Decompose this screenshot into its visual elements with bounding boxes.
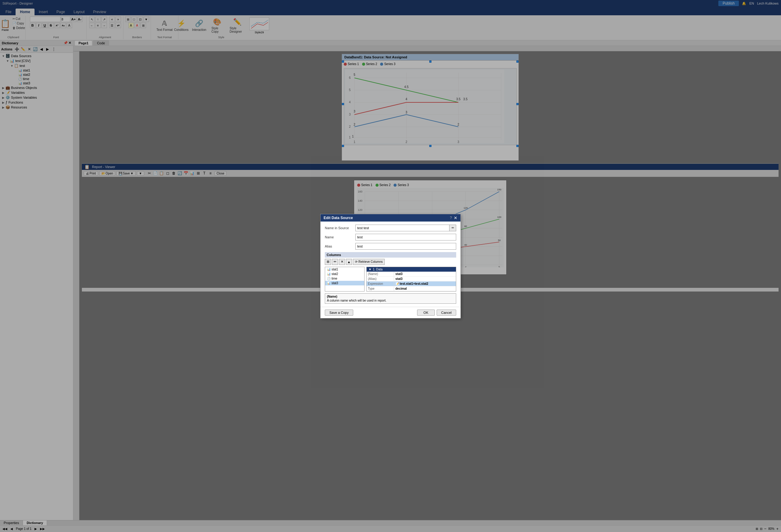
col-stat3[interactable]: 📊stat3 [325, 281, 364, 285]
prop-name-val: stat3 [394, 272, 456, 276]
modal-title: Edit Data Source [324, 216, 353, 220]
prop-header-label: 1. Data [373, 268, 382, 271]
columns-split: 📊stat1 📊stat2 🕐time 📊stat3 ▼ 1. Data (Na… [325, 267, 456, 291]
name-row: Name [325, 234, 456, 241]
name-in-source-row: Name in Source ✏ [325, 224, 456, 231]
name-in-source-label: Name in Source [325, 226, 355, 230]
column-properties: ▼ 1. Data (Name) stat3 (Alias) stat3 [366, 267, 456, 291]
col-stat2[interactable]: 📊stat2 [325, 272, 364, 276]
modal-footer: Save a Copy OK Cancel [321, 307, 460, 318]
columns-section-header: Columns [325, 252, 456, 257]
prop-alias-row: (Alias) stat3 [367, 277, 456, 281]
modal-overlay: Edit Data Source ? ✕ Name in Source ✏ Na… [0, 0, 781, 532]
prop-name-row: (Name) stat3 [367, 272, 456, 277]
prop-name-key: (Name) [367, 272, 394, 276]
alias-row: Alias [325, 243, 456, 250]
prop-alias-key: (Alias) [367, 277, 394, 281]
col-stat1[interactable]: 📊stat1 [325, 267, 364, 272]
col-delete-btn[interactable]: ✕ [339, 259, 345, 265]
name-in-source-input[interactable] [355, 224, 449, 231]
desc-title: (Name) [327, 295, 454, 298]
alias-input[interactable] [355, 243, 456, 250]
prop-expression-row[interactable]: Expression 📝 test.stat1+test.stat2 [367, 281, 456, 286]
desc-text: A column name which will be used in repo… [327, 299, 454, 302]
description-box: (Name) A column name which will be used … [325, 293, 456, 304]
prop-expression-key: Expression [367, 281, 394, 286]
prop-expression-val: 📝 test.stat1+test.stat2 [394, 281, 456, 286]
name-input[interactable] [355, 234, 456, 241]
modal-header: Edit Data Source ? ✕ [321, 214, 460, 221]
cancel-button[interactable]: Cancel [437, 310, 456, 316]
modal-close-btn[interactable]: ✕ [454, 215, 457, 220]
col-up-btn[interactable]: ▲ [346, 259, 352, 265]
modal-body: Name in Source ✏ Name Alias Columns ⊞ ✏ [321, 221, 460, 307]
columns-list: 📊stat1 📊stat2 🕐time 📊stat3 [325, 267, 365, 291]
modal-help-btn[interactable]: ? [450, 215, 452, 220]
prop-type-key: Type [367, 286, 394, 291]
columns-toolbar: ⊞ ✏ ✕ ▲ ⟳Retrieve Columns [325, 259, 456, 265]
edit-datasource-modal: Edit Data Source ? ✕ Name in Source ✏ Na… [320, 214, 461, 318]
col-add-btn[interactable]: ⊞ [325, 259, 331, 265]
col-time[interactable]: 🕐time [325, 276, 364, 281]
col-edit-btn[interactable]: ✏ [332, 259, 338, 265]
prop-type-row: Type decimal [367, 286, 456, 291]
alias-label: Alias [325, 244, 355, 248]
prop-type-val: decimal [394, 286, 456, 291]
prop-alias-val: stat3 [394, 277, 456, 281]
prop-header: ▼ 1. Data [367, 267, 456, 272]
ok-button[interactable]: OK [417, 310, 435, 316]
name-in-source-edit-btn[interactable]: ✏ [449, 224, 456, 231]
save-copy-button[interactable]: Save a Copy [325, 310, 353, 316]
col-retrieve-btn[interactable]: ⟳Retrieve Columns [353, 259, 385, 265]
name-label: Name [325, 235, 355, 239]
